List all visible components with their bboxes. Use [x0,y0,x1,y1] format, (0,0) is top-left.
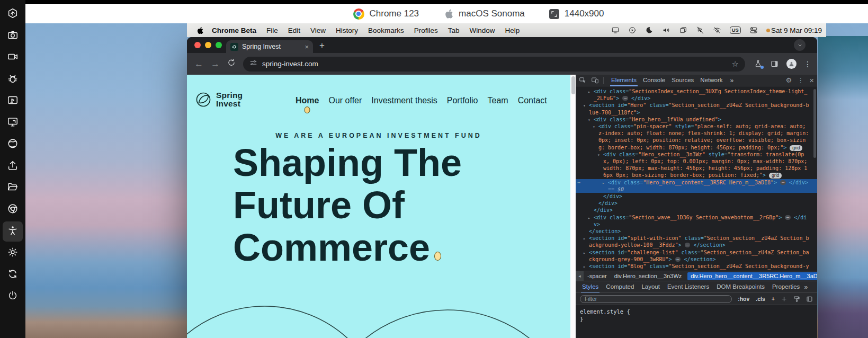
expand-ellipsis-button[interactable]: ⋯ [675,257,681,262]
breadcrumb-item[interactable]: -spacer [587,273,607,279]
browser-menu-icon[interactable]: ⋮ [804,60,811,68]
nav-link-contact[interactable]: Contact [518,96,547,105]
new-style-rule-icon[interactable] [781,296,788,303]
styles-tab-dom-breakpoints[interactable]: DOM Breakpoints [713,281,768,293]
url-text[interactable]: spring-invest.com [262,60,727,68]
collapse-arrow-icon[interactable]: ▾ [583,102,586,109]
collapse-arrow-icon[interactable]: ▾ [597,152,600,158]
expand-arrow-icon[interactable]: ▸ [588,215,590,221]
breadcrumb-scroll-left-icon[interactable]: ◂ [576,271,584,281]
expand-arrow-icon[interactable]: ▸ [583,235,586,242]
menubar-item-profiles[interactable]: Profiles [414,26,438,34]
expand-arrow-icon[interactable]: ▸ [588,88,590,95]
dom-tree-node[interactable]: </div> [576,193,817,200]
sidebar-item-power[interactable] [3,287,23,307]
dom-tree-node[interactable]: </div> [576,200,817,207]
collapse-arrow-icon[interactable]: ▾ [593,123,595,130]
sidebar-item-video-camera[interactable] [3,48,23,68]
sidebar-item-upload[interactable] [3,156,23,176]
dom-tree-node[interactable]: ▸<section id="Blog" class="Section_secti… [576,263,817,271]
devtools-settings-icon[interactable]: ⚙ [786,76,792,84]
devtools-tab-sources[interactable]: Sources [668,75,697,86]
nav-link-our-offer[interactable]: Our offer [328,96,362,105]
styles-tab-properties[interactable]: Properties [769,281,803,293]
inspect-element-icon[interactable] [579,76,587,84]
new-tab-button[interactable]: + [319,41,325,50]
nav-link-team[interactable]: Team [488,96,508,105]
sidebar-item-bug[interactable] [3,69,23,90]
browser-tab[interactable]: Spring Invest × [226,40,313,53]
menubar-clock[interactable]: Sat 9 Mar 09:19 [771,26,822,34]
menubar-item-file[interactable]: File [266,26,278,34]
devtools-menu-icon[interactable]: ⋮ [797,76,804,84]
sidebar-item-remote-desktop[interactable] [3,113,23,133]
styles-tab-styles[interactable]: Styles [579,281,602,293]
moon-icon[interactable] [645,26,654,34]
page-scrollbar-thumb[interactable] [571,76,575,94]
devtools-close-icon[interactable]: × [809,76,814,85]
sidebar-item-globe[interactable] [3,135,23,155]
grid-badge[interactable]: grid [790,145,802,151]
close-window-button[interactable] [194,42,201,48]
dom-tree-node[interactable]: ▸<section id="challenge-list" class="Sec… [576,249,817,263]
dom-tree-node[interactable]: ▾<div class="Hero_section__3n3Wz" style=… [576,151,817,179]
site-settings-icon[interactable] [249,59,257,69]
reload-button[interactable] [227,58,236,69]
breadcrumb-item[interactable]: div.Hero_section__3n3Wz [614,273,682,279]
display-icon[interactable] [611,26,620,34]
dom-tree-node[interactable]: ▾<div class="Hero_hero__1fVUa undefined"… [576,116,817,123]
expand-arrow-icon[interactable]: ▸ [583,263,586,270]
nav-link-portfolio[interactable]: Portfolio [447,96,478,105]
menubar-item-help[interactable]: Help [505,26,520,34]
expand-arrow-icon[interactable]: ▸ [583,250,586,256]
dom-tree-node[interactable]: ▸<div class="SectionsIndex_section__3UXE… [576,88,817,102]
pointer-off-icon[interactable] [696,26,704,34]
styles-more-tabs-icon[interactable]: » [804,283,808,291]
devtools-scrollbar-thumb[interactable] [813,89,816,158]
sidebar-item-sync[interactable] [3,265,23,285]
profile-avatar[interactable] [786,59,797,69]
sidebar-item-accessibility[interactable] [3,221,23,242]
control-center-icon[interactable] [749,26,758,34]
styles-tab-event-listeners[interactable]: Event Listeners [664,281,712,293]
us-keyboard-icon[interactable]: US [730,26,741,34]
dom-tree-node[interactable]: </section> [576,228,817,235]
devtools-tab-elements[interactable]: Elements [608,75,640,86]
styles-tab-computed[interactable]: Computed [603,281,637,293]
dom-tree-node[interactable]: ▾<section id="Hero" class="Section_secti… [576,102,817,115]
sidebar-item-media-player[interactable] [3,91,23,111]
minimize-window-button[interactable] [205,42,211,48]
styles-filter-input[interactable] [580,295,732,303]
grid-badge[interactable]: grid [769,173,782,179]
tab-search-button[interactable] [794,39,806,51]
menubar-item-view[interactable]: View [310,26,326,34]
breadcrumb-item[interactable]: div.Hero_hero__content__3R5RC.Hero_m__3a… [687,272,817,280]
expand-ellipsis-button[interactable]: ⋯ [622,96,628,101]
styles-tab-layout[interactable]: Layout [638,281,663,293]
wifi-off-icon[interactable] [713,26,721,34]
panel-toggle-icon[interactable] [806,296,813,303]
page-scrollbar[interactable] [570,75,576,338]
menubar-item-history[interactable]: History [336,26,358,34]
expand-ellipsis-button[interactable]: ⋯ [685,243,691,247]
sidebar-item-chrome[interactable] [3,200,23,220]
menubar-item-window[interactable]: Window [469,26,495,34]
tab-close-icon[interactable]: × [305,43,309,50]
menubar-item-bookmarks[interactable]: Bookmarks [368,26,404,34]
sidebar-item-settings-gear[interactable] [3,243,23,263]
sidebar-item-camera[interactable] [3,26,23,46]
menubar-item-tab[interactable]: Tab [448,26,460,34]
pseudo-button-hov[interactable]: :hov [738,296,749,302]
dom-tree-node[interactable]: </div> [576,207,817,214]
menubar-item-edit[interactable]: Edit [288,26,300,34]
expand-ellipsis-button[interactable]: ⋯ [780,180,786,185]
devtools-tab-console[interactable]: Console [640,75,668,86]
nav-link-investment-thesis[interactable]: Investment thesis [371,96,437,105]
back-button[interactable]: ← [194,59,203,69]
paint-format-icon[interactable] [793,296,800,303]
pseudo-button-[interactable]: + [772,296,775,302]
play-circle-icon[interactable] [628,26,637,34]
volume-icon[interactable] [662,26,670,34]
zoom-window-button[interactable] [216,42,222,48]
apple-menu-icon[interactable] [196,26,203,35]
